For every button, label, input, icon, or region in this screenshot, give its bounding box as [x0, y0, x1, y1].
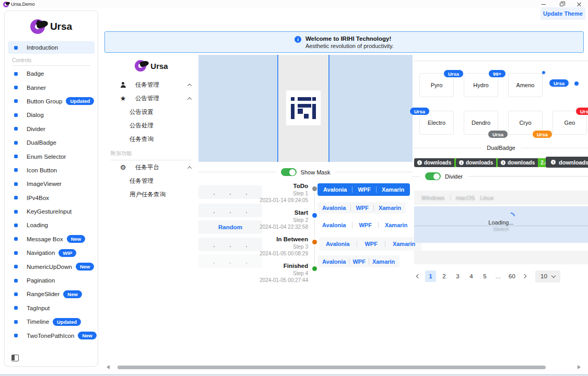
badge-card-geo: Geo Ursa	[552, 111, 587, 135]
sidebar-item-taginput[interactable]: TagInput	[5, 301, 98, 315]
wpf-button[interactable]: WPF	[356, 205, 368, 211]
info-icon: i	[459, 160, 464, 165]
timeline-step: Step 1	[206, 191, 308, 196]
xamarin-button[interactable]: Xamarin	[379, 205, 401, 211]
bullet-icon	[14, 224, 18, 227]
status-badge: New	[76, 263, 95, 271]
avalonia-button[interactable]: Avalonia	[322, 222, 346, 228]
menu-label: 公告管理	[135, 95, 159, 102]
menu-group-task-platform[interactable]: ⚙ 任务平台	[104, 160, 198, 174]
chevron-left-icon	[416, 274, 420, 278]
sidebar-item-introduction[interactable]: Introduction	[8, 41, 95, 54]
scroll-right-icon[interactable]	[578, 365, 581, 369]
sidebar-item-rangeslider[interactable]: RangeSliderNew	[5, 287, 98, 301]
sidebar-item-banner[interactable]: Banner	[5, 80, 98, 94]
sidebar-item-timeline[interactable]: TimelineUpdated	[5, 315, 98, 328]
badge-card-hydro: Hydro 99+	[464, 73, 498, 97]
sidebar-item-ipv4box[interactable]: IPv4Box	[5, 191, 98, 205]
divider-line	[414, 61, 588, 61]
page-button-5[interactable]: 5	[479, 271, 490, 282]
sidebar-section-controls: Controls	[12, 57, 90, 66]
separator	[349, 258, 349, 265]
page-button-3[interactable]: 3	[452, 271, 463, 282]
page-button-60[interactable]: 60	[507, 271, 518, 282]
menu-section-extras: 附加功能	[111, 150, 192, 160]
xamarin-button[interactable]: Xamarin	[372, 258, 395, 265]
separator	[378, 222, 379, 228]
previous-page-button[interactable]	[414, 271, 422, 282]
wpf-button[interactable]: WPF	[359, 222, 371, 228]
page-size-select[interactable]: 10	[535, 271, 560, 283]
standalone-ursa-badge: Ursa	[549, 79, 569, 87]
timeline-title: ToDo	[206, 183, 308, 189]
demo-menu-logo: Ursa	[104, 58, 198, 74]
show-mask-toggle[interactable]	[281, 168, 297, 176]
sidebar-item-loading[interactable]: Loading	[5, 218, 98, 232]
dualbadge-label: downloads	[466, 160, 493, 166]
menu-item-task-query[interactable]: 任务查询	[104, 132, 198, 146]
menu-label: 任务管理	[130, 177, 154, 185]
sidebar-collapse-icon[interactable]	[11, 355, 19, 361]
xamarin-button[interactable]: Xamarin	[382, 186, 404, 193]
sidebar-item-twotonepathicon[interactable]: TwoTonePathIconNew	[5, 328, 98, 342]
menu-item-task-management[interactable]: 任务管理	[104, 174, 198, 187]
chevron-down-icon	[551, 273, 556, 277]
avalonia-button[interactable]: Avalonia	[322, 205, 346, 211]
xamarin-button[interactable]: Xamarin	[393, 241, 415, 247]
avalonia-button[interactable]: Avalonia	[322, 258, 346, 265]
divider-toggle[interactable]	[425, 172, 441, 180]
page-button-4[interactable]: 4	[466, 271, 477, 282]
ursa-logo-icon	[30, 19, 45, 34]
menu-label: 任务平台	[135, 163, 159, 171]
page-button-2[interactable]: 2	[439, 271, 450, 282]
sidebar-item-numericupdown[interactable]: NumericUpDownNew	[5, 260, 98, 273]
sidebar-item-pagination[interactable]: Pagination	[5, 274, 98, 287]
menu-group-announcement[interactable]: ★ 公告管理	[104, 91, 198, 105]
wpf-button[interactable]: WPF	[352, 258, 365, 265]
bullet-icon	[14, 86, 18, 89]
badge-card-dendro: Dendro Ursa	[464, 111, 498, 135]
info-icon: i	[501, 160, 505, 165]
page-button-1[interactable]: 1	[425, 271, 436, 282]
divider-line	[468, 176, 588, 177]
xamarin-button[interactable]: Xamarin	[385, 222, 407, 228]
chevron-up-icon	[188, 95, 191, 101]
sidebar-item-imageviewer[interactable]: ImageViewer	[5, 177, 98, 191]
sidebar-item-button-group[interactable]: Button GroupUpdated	[5, 95, 98, 108]
avalonia-button[interactable]: Avalonia	[323, 186, 347, 193]
button-group-borderless: Avalonia WPF Xamarin	[317, 219, 412, 231]
horizontal-scrollbar[interactable]	[117, 366, 546, 369]
image-viewer[interactable]	[198, 55, 413, 162]
sidebar-item-keygestureinput[interactable]: KeyGestureInput	[5, 205, 98, 218]
bullet-icon	[14, 182, 18, 186]
sidebar-item-enum-selector[interactable]: Enum Selector	[5, 149, 98, 163]
menu-label: 公告处理	[130, 122, 154, 130]
menu-item-announcement-processing[interactable]: 公告处理	[104, 119, 198, 132]
count-badge: 99+	[488, 69, 506, 78]
next-page-button[interactable]	[520, 271, 528, 282]
loading-panel: Stretch Loading...	[414, 206, 588, 243]
sidebar-logo-text: Ursa	[50, 21, 72, 32]
avalonia-button[interactable]: Avalonia	[326, 241, 349, 247]
wpf-button[interactable]: WPF	[364, 241, 377, 247]
sidebar-item-dualbadge[interactable]: DualBadge	[5, 136, 98, 149]
sidebar: Ursa Introduction Controls Badge Banner …	[4, 10, 98, 367]
sidebar-item-icon-button[interactable]: Icon Button	[5, 163, 98, 177]
sidebar-item-divider[interactable]: Divider	[5, 122, 98, 136]
sidebar-item-dialog[interactable]: Dialog	[5, 108, 98, 122]
menu-item-announcement-settings[interactable]: 公告设置	[104, 105, 198, 119]
update-theme-button[interactable]: Update Theme	[540, 7, 585, 20]
sidebar-item-label: Badge	[27, 70, 44, 77]
bullet-icon	[14, 251, 18, 255]
sidebar-item-badge[interactable]: Badge	[5, 67, 98, 80]
menu-group-task-management[interactable]: 任务管理	[104, 78, 198, 91]
wpf-button[interactable]: WPF	[358, 186, 370, 193]
page-ellipsis[interactable]: …	[493, 271, 504, 282]
scroll-left-icon[interactable]	[107, 365, 110, 369]
menu-item-user-task-query[interactable]: 用户任务查询	[104, 187, 198, 201]
window-title: Ursa.Demo	[11, 2, 35, 7]
sidebar-item-message-box[interactable]: Message BoxNew	[5, 232, 98, 246]
timeline-entry-todo: ToDo Step 1 2023-01-14 09:24:05	[206, 183, 308, 203]
sidebar-item-label: Button Group	[27, 98, 62, 104]
sidebar-item-navigation[interactable]: NavigationWIP	[5, 246, 98, 260]
